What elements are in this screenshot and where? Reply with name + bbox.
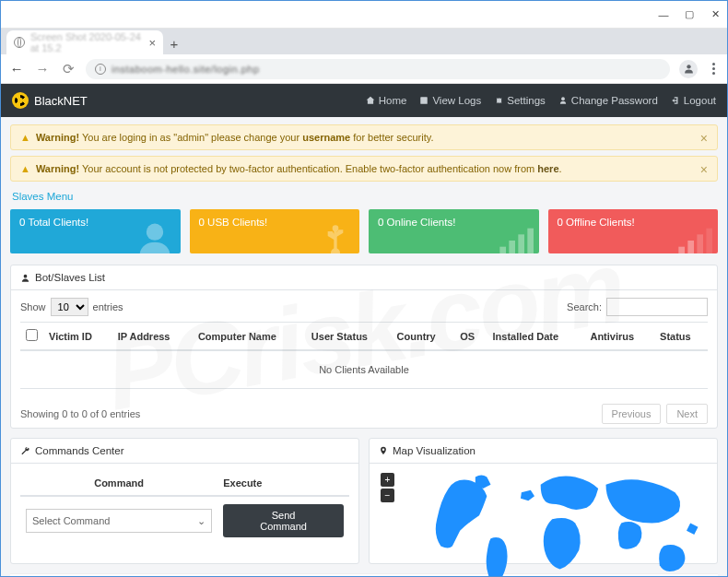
- map-card: Map Visualization + −: [369, 438, 718, 564]
- wrench-icon: [20, 446, 30, 456]
- zoom-in-button[interactable]: +: [381, 473, 394, 487]
- col-status[interactable]: Status: [654, 323, 708, 351]
- nav-change-password[interactable]: Change Password: [558, 95, 658, 106]
- card-title: Map Visualization: [393, 445, 476, 456]
- here-link[interactable]: here: [537, 163, 558, 174]
- stat-online-clients[interactable]: 0 Online Clients!: [369, 209, 539, 253]
- site-info-icon[interactable]: i: [95, 64, 106, 75]
- col-installed-date[interactable]: Installed Date: [487, 323, 585, 351]
- brand-text: BlackNET: [34, 94, 88, 108]
- warning-icon: ▲: [20, 132, 30, 143]
- minimize-button[interactable]: —: [657, 8, 670, 21]
- tab-strip: Screen Shot 2020-05-24 at 15.2 × +: [1, 29, 727, 54]
- world-map[interactable]: [433, 465, 710, 576]
- empty-message: No Clients Available: [20, 350, 708, 389]
- warning-icon: ▲: [20, 163, 30, 174]
- col-antivirus[interactable]: Antivirus: [584, 323, 654, 351]
- col-country[interactable]: Country: [392, 323, 455, 351]
- nav-home[interactable]: Home: [366, 95, 407, 106]
- svg-rect-7: [499, 247, 506, 253]
- col-computer-name[interactable]: Computer Name: [193, 323, 306, 351]
- slaves-menu-link[interactable]: Slaves Menu: [10, 187, 718, 209]
- user-icon: [20, 273, 30, 283]
- back-button[interactable]: ←: [8, 61, 25, 77]
- card-title: Commands Center: [35, 445, 124, 456]
- table-info: Showing 0 to 0 of 0 entries: [20, 408, 140, 419]
- app-navbar: BlackNET Home View Logs Settings Change …: [1, 84, 727, 117]
- alert-username: ▲ Warning! You are loging in as "admin" …: [10, 124, 718, 150]
- address-bar-row: ← → ⟳ i instaboom-hello.site/login.php: [1, 54, 727, 84]
- svg-point-3: [146, 224, 162, 241]
- command-select[interactable]: Select Command⌄: [26, 509, 212, 533]
- svg-rect-10: [527, 229, 534, 253]
- close-window-button[interactable]: ✕: [709, 8, 722, 21]
- next-button[interactable]: Next: [666, 404, 708, 424]
- col-execute: Execute: [217, 471, 349, 496]
- signal-off-icon: [675, 222, 712, 253]
- close-icon[interactable]: ×: [700, 162, 708, 177]
- close-tab-icon[interactable]: ×: [148, 36, 156, 50]
- clients-table: Victim ID IP Address Computer Name User …: [20, 322, 708, 389]
- commands-card: Commands Center Command Execute Select C…: [10, 438, 359, 564]
- svg-point-6: [331, 248, 340, 253]
- globe-icon: [14, 37, 25, 48]
- reload-button[interactable]: ⟳: [60, 61, 76, 77]
- nav-settings[interactable]: Settings: [494, 95, 546, 106]
- brand[interactable]: BlackNET: [12, 92, 88, 109]
- svg-rect-1: [421, 97, 429, 104]
- page-content: PCrisk.com BlackNET Home View Logs Setti…: [1, 84, 727, 576]
- forward-button[interactable]: →: [34, 61, 51, 77]
- radiation-icon: [12, 92, 29, 109]
- svg-point-2: [561, 97, 565, 100]
- svg-rect-12: [687, 241, 694, 253]
- search-input[interactable]: [606, 298, 708, 316]
- svg-rect-9: [518, 234, 524, 253]
- tab-title: Screen Shot 2020-05-24 at 15.2: [30, 31, 143, 53]
- address-bar[interactable]: i instaboom-hello.site/login.php: [86, 59, 670, 79]
- bot-slaves-card: Bot/Slaves List Show 10 entries Search:: [10, 265, 718, 429]
- stat-total-clients[interactable]: 0 Total Clients!: [10, 209, 181, 253]
- previous-button[interactable]: Previous: [602, 404, 662, 424]
- url-text: instaboom-hello.site/login.php: [112, 64, 260, 75]
- user-icon: [135, 218, 175, 253]
- col-command: Command: [20, 471, 217, 496]
- zoom-out-button[interactable]: −: [381, 489, 394, 502]
- window-titlebar: — ▢ ✕: [1, 1, 727, 29]
- card-title: Bot/Slaves List: [35, 272, 105, 283]
- col-ip[interactable]: IP Address: [112, 323, 193, 351]
- alert-2fa: ▲ Warning! Your account is not protected…: [10, 156, 718, 182]
- browser-menu-icon[interactable]: [707, 63, 720, 75]
- pin-icon: [379, 445, 388, 456]
- profile-avatar[interactable]: [679, 60, 698, 78]
- col-victim-id[interactable]: Victim ID: [43, 323, 112, 351]
- nav-view-logs[interactable]: View Logs: [419, 95, 481, 106]
- col-os[interactable]: OS: [454, 323, 487, 351]
- svg-rect-14: [706, 229, 712, 253]
- stat-usb-clients[interactable]: 0 USB Clients!: [190, 209, 360, 253]
- select-all-checkbox[interactable]: [26, 329, 38, 341]
- entries-select[interactable]: 10: [51, 298, 88, 316]
- svg-rect-8: [509, 241, 515, 253]
- close-icon[interactable]: ×: [700, 131, 708, 146]
- svg-point-15: [24, 274, 28, 277]
- new-tab-button[interactable]: +: [163, 32, 185, 54]
- maximize-button[interactable]: ▢: [683, 8, 696, 21]
- svg-rect-13: [697, 234, 703, 253]
- signal-icon: [497, 222, 534, 253]
- usb-icon: [317, 222, 354, 253]
- chevron-down-icon: ⌄: [197, 515, 205, 527]
- nav-logout[interactable]: Logout: [671, 95, 716, 106]
- stat-offline-clients[interactable]: 0 Offline Clients!: [548, 209, 719, 253]
- col-user-status[interactable]: User Status: [306, 323, 392, 351]
- svg-rect-11: [678, 247, 685, 253]
- send-command-button[interactable]: Send Command: [223, 504, 344, 537]
- browser-tab[interactable]: Screen Shot 2020-05-24 at 15.2 ×: [6, 30, 163, 54]
- svg-point-0: [687, 65, 690, 68]
